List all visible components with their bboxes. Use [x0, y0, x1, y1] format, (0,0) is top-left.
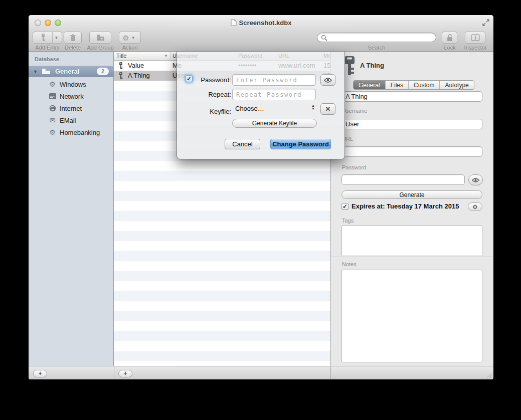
add-group-footer-button[interactable]: + — [33, 370, 47, 377]
document-icon — [231, 19, 237, 26]
chevron-down-icon: ▼ — [129, 36, 137, 40]
delete-label: Delete — [60, 45, 85, 51]
unlock-icon — [446, 34, 453, 42]
url-field[interactable] — [341, 146, 482, 157]
sidebar-item-windows[interactable]: ⚙ Windows — [29, 78, 114, 90]
inspector-label: Inspector — [460, 45, 490, 51]
expires-row: ✓ Expires at: Tuesday 17 March 2015 — [341, 202, 459, 210]
fullscreen-icon[interactable] — [482, 19, 489, 26]
tab-custom[interactable]: Custom — [409, 81, 440, 89]
folder-plus-icon — [96, 34, 105, 41]
gear-icon: ⚙ — [122, 34, 129, 42]
add-group-label: Add Group — [85, 45, 115, 51]
username-field[interactable] — [341, 119, 482, 129]
change-password-button[interactable]: Change Password — [270, 139, 331, 149]
sidebar-group-label: General — [55, 68, 79, 75]
sidebar-item-network[interactable]: Network — [29, 90, 114, 102]
sidebar-item-internet[interactable]: Internet — [29, 102, 114, 114]
sidebar-item-label: Internet — [60, 105, 82, 112]
tags-field[interactable] — [341, 226, 482, 256]
clear-keyfile-button[interactable]: ✕ — [320, 103, 335, 115]
gear-icon: ⚙ — [48, 81, 57, 88]
delete-button[interactable] — [64, 32, 82, 44]
window-title: Screenshot.kdbx — [239, 19, 292, 27]
dialog-keyfile-label: Keyfile: — [195, 108, 231, 115]
column-header-title[interactable]: Title — [116, 53, 126, 59]
column-divider[interactable] — [170, 52, 170, 61]
sidebar-item-label: EMail — [60, 117, 76, 124]
tags-label: Tags — [342, 218, 354, 224]
key-icon — [118, 72, 123, 79]
disclosure-triangle-icon[interactable]: ▼ — [33, 69, 38, 74]
section-divider — [331, 257, 493, 257]
keyfile-popup[interactable]: Choose… — [235, 105, 264, 112]
sidebar-group-general[interactable]: ▼ General 2 — [29, 66, 114, 77]
expires-label: Expires at: Tuesday 17 March 2015 — [352, 202, 459, 210]
password-field[interactable] — [341, 174, 465, 185]
action-label: Action — [115, 45, 145, 51]
dialog-repeat-input[interactable] — [232, 89, 316, 100]
sidebar-item-label: Network — [60, 93, 84, 100]
window-title-row: Screenshot.kdbx — [29, 19, 493, 27]
resize-grip[interactable] — [486, 372, 492, 378]
search-label: Search — [317, 45, 436, 51]
gear-icon: ⚙ — [48, 129, 57, 136]
notes-field[interactable] — [341, 270, 482, 362]
key-icon — [118, 62, 123, 69]
title-field[interactable] — [341, 91, 482, 102]
expires-checkbox[interactable]: ✓ — [341, 203, 349, 210]
tab-autotype[interactable]: Autotype — [440, 81, 473, 89]
change-password-dialog: ✓ Password: Repeat: Keyfile: Choose… ▲▼ … — [177, 52, 345, 159]
dialog-password-label: Password: — [195, 76, 231, 84]
sidebar-item-homebanking[interactable]: ⚙ Homebanking — [29, 126, 114, 138]
password-label: Password — [342, 164, 366, 170]
add-entry-label: Add Entry — [33, 45, 62, 51]
info-icon — [471, 34, 480, 41]
pane-divider — [114, 366, 114, 379]
cell-title: A Thing — [128, 72, 150, 79]
sidebar: Database ▼ General 2 ⚙ Windows — [29, 52, 114, 366]
lock-button[interactable] — [442, 32, 457, 44]
sidebar-item-label: Windows — [60, 81, 86, 88]
chevron-down-icon: ▼ — [53, 36, 61, 40]
inspector-panel: A Thing General Files Custom Autotype Us… — [330, 52, 493, 366]
cancel-button[interactable]: Cancel — [225, 139, 260, 149]
envelope-icon: ✉ — [48, 117, 57, 124]
stepper-icon[interactable]: ▲▼ — [311, 104, 315, 110]
action-button[interactable]: ⚙ ▼ — [119, 32, 141, 44]
add-entry-footer-button[interactable]: + — [118, 370, 132, 377]
lock-label: Lock — [437, 45, 462, 51]
folder-icon — [42, 68, 51, 75]
generate-button[interactable]: Generate — [341, 190, 482, 199]
search-field[interactable] — [317, 33, 436, 42]
sidebar-section-header: Database — [35, 56, 59, 62]
dialog-password-input[interactable] — [232, 74, 316, 86]
pane-divider — [330, 366, 331, 379]
inspector-button[interactable] — [465, 32, 485, 44]
add-entry-button[interactable]: ▼ — [33, 32, 62, 44]
cell-title: Value — [128, 62, 144, 69]
inspector-entry-title: A Thing — [360, 62, 384, 69]
inspector-tabs: General Files Custom Autotype — [353, 80, 474, 90]
search-icon — [321, 35, 327, 41]
group-count-badge: 2 — [97, 68, 109, 75]
dialog-repeat-label: Repeat: — [195, 91, 231, 98]
sidebar-item-email[interactable]: ✉ EMail — [29, 114, 114, 126]
password-checkbox[interactable]: ✓ — [186, 75, 193, 82]
tab-general[interactable]: General — [354, 81, 386, 89]
expires-settings-button[interactable]: ⚙ — [468, 202, 482, 211]
app-window: Screenshot.kdbx ▼ Add Entry Delete — [29, 15, 493, 379]
key-icon — [35, 34, 52, 42]
globe-icon — [48, 105, 57, 112]
add-group-button[interactable] — [89, 32, 111, 44]
search-input[interactable] — [329, 34, 432, 41]
sidebar-item-label: Homebanking — [60, 129, 100, 136]
username-label: Username — [342, 108, 368, 114]
window-chrome: Screenshot.kdbx ▼ Add Entry Delete — [29, 15, 493, 52]
generate-keyfile-button[interactable]: Generate Keyfile — [232, 119, 317, 128]
reveal-password-button[interactable] — [468, 174, 483, 185]
reveal-password-button[interactable] — [320, 74, 335, 86]
server-icon — [48, 93, 57, 99]
tab-files[interactable]: Files — [386, 81, 409, 89]
notes-label: Notes — [342, 261, 357, 267]
